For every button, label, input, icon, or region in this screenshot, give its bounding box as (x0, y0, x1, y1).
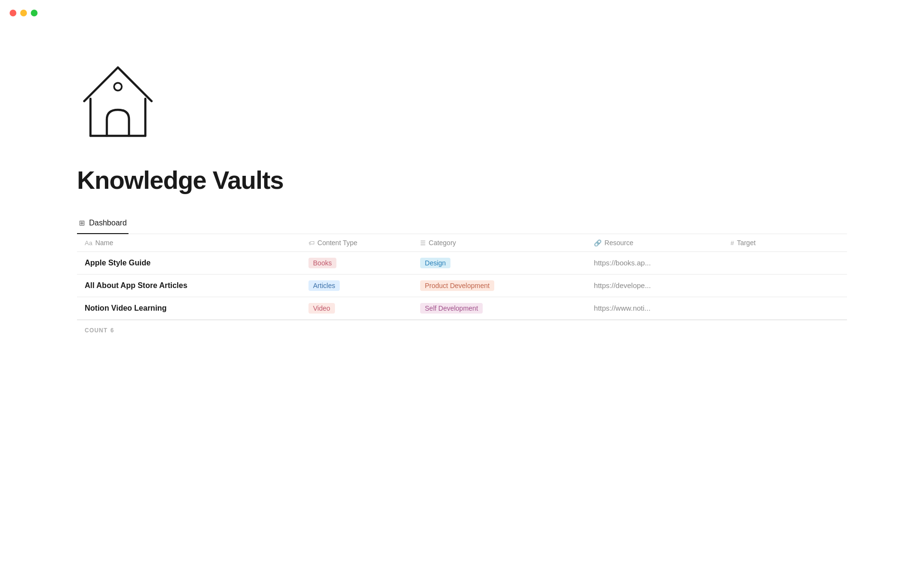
row-content-type: Books (301, 252, 412, 275)
traffic-lights (10, 10, 38, 16)
content-type-tag: Video (308, 303, 335, 314)
col-header-resource[interactable]: 🔗 Resource (586, 234, 723, 252)
row-name[interactable]: Apple Style Guide (77, 252, 301, 275)
list-icon: ☰ (420, 239, 426, 247)
row-content-type: Articles (301, 275, 412, 297)
maximize-button[interactable] (31, 10, 38, 16)
grid-icon: ⊞ (79, 219, 85, 227)
count-value: 6 (110, 327, 114, 334)
col-header-content-type[interactable]: 🏷 Content Type (301, 234, 412, 252)
tabs-bar: ⊞ Dashboard (77, 214, 847, 234)
row-resource[interactable]: https://develope... (586, 275, 723, 297)
page-icon (77, 58, 847, 146)
table-row[interactable]: All About App Store Articles Articles Pr… (77, 275, 847, 297)
row-name[interactable]: Notion Video Learning (77, 297, 301, 320)
row-target (723, 275, 847, 297)
close-button[interactable] (10, 10, 16, 16)
link-icon: 🔗 (594, 239, 602, 247)
database-table: Aa Name 🏷 Content Type ☰ Category (77, 234, 847, 320)
tab-dashboard[interactable]: ⊞ Dashboard (77, 214, 128, 234)
row-content-type: Video (301, 297, 412, 320)
table-footer: COUNT 6 (77, 320, 847, 341)
house-illustration-icon (77, 58, 159, 144)
row-name[interactable]: All About App Store Articles (77, 275, 301, 297)
row-target (723, 297, 847, 320)
tag-icon: 🏷 (308, 239, 315, 247)
page-title: Knowledge Vaults (77, 166, 847, 195)
category-tag: Self Development (420, 303, 483, 314)
category-tag: Design (420, 258, 451, 268)
text-icon: Aa (85, 239, 92, 247)
minimize-button[interactable] (20, 10, 27, 16)
table-row[interactable]: Notion Video Learning Video Self Develop… (77, 297, 847, 320)
row-resource[interactable]: https://www.noti... (586, 297, 723, 320)
svg-point-3 (114, 83, 122, 91)
col-header-name[interactable]: Aa Name (77, 234, 301, 252)
table-header-row: Aa Name 🏷 Content Type ☰ Category (77, 234, 847, 252)
tab-dashboard-label: Dashboard (89, 219, 127, 227)
row-category: Product Development (412, 275, 586, 297)
count-label: COUNT (85, 327, 107, 334)
col-header-target[interactable]: # Target (723, 234, 847, 252)
category-tag: Product Development (420, 280, 495, 291)
main-content: Knowledge Vaults ⊞ Dashboard Aa Name 🏷 C (0, 0, 924, 379)
col-header-category[interactable]: ☰ Category (412, 234, 586, 252)
row-category: Self Development (412, 297, 586, 320)
content-type-tag: Articles (308, 280, 340, 291)
content-type-tag: Books (308, 258, 337, 268)
row-category: Design (412, 252, 586, 275)
hash-icon: # (731, 239, 734, 247)
row-resource[interactable]: https://books.ap... (586, 252, 723, 275)
table-row[interactable]: Apple Style Guide Books Design https://b… (77, 252, 847, 275)
row-target (723, 252, 847, 275)
